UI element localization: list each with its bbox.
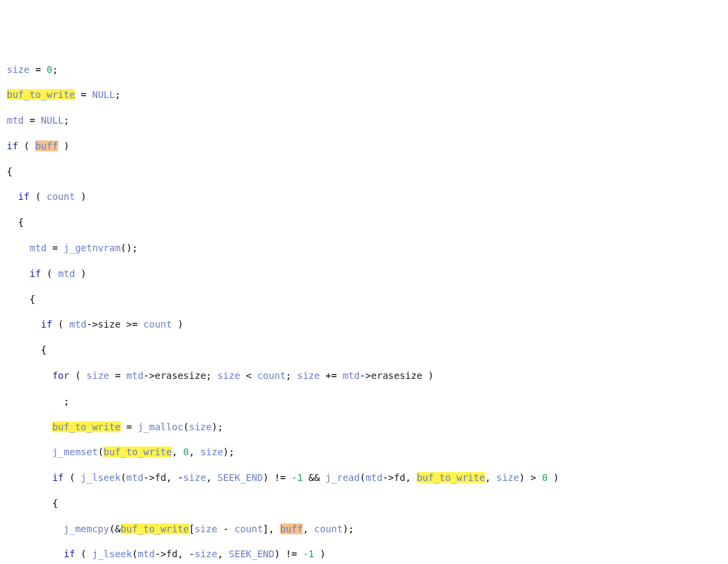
- code-line: if ( count ): [7, 190, 721, 203]
- identifier: count: [47, 191, 75, 202]
- identifier: size: [194, 548, 217, 559]
- field: erasesize: [371, 370, 423, 381]
- code-line: buf_to_write = j_malloc(size);: [7, 421, 721, 434]
- identifier: size: [183, 472, 206, 483]
- identifier: mtd: [126, 370, 143, 381]
- highlighted-identifier: buf_to_write: [7, 89, 75, 100]
- function-call: j_read: [326, 472, 360, 483]
- identifier: count: [143, 319, 172, 330]
- constant: SEEK_END: [217, 472, 263, 483]
- code-line: {: [7, 293, 721, 306]
- code-line: size = 0;: [7, 63, 721, 76]
- identifier: size: [194, 523, 217, 534]
- keyword: if: [30, 268, 41, 279]
- code-line: if ( mtd->size >= count ): [7, 318, 721, 331]
- constant: SEEK_END: [229, 548, 274, 559]
- number-literal: 0: [47, 64, 52, 75]
- identifier: mtd: [342, 370, 359, 381]
- highlighted-identifier: buf_to_write: [121, 523, 189, 534]
- field: fd: [166, 548, 178, 559]
- field: fd: [394, 472, 405, 483]
- identifier: mtd: [365, 472, 382, 483]
- code-viewer: size = 0; buf_to_write = NULL; mtd = NUL…: [7, 63, 721, 564]
- identifier: size: [217, 370, 240, 381]
- code-line: {: [7, 165, 721, 178]
- highlighted-identifier: buf_to_write: [417, 472, 485, 483]
- keyword: if: [52, 472, 63, 483]
- identifier: mtd: [7, 115, 24, 126]
- code-line: mtd = j_getnvram();: [7, 242, 721, 255]
- field: erasesize: [155, 370, 206, 381]
- keyword: if: [63, 548, 75, 559]
- function-call: j_memcpy: [63, 523, 109, 534]
- highlighted-identifier: buff: [35, 140, 58, 151]
- identifier: count: [314, 523, 342, 534]
- code-line: if ( j_lseek(mtd->fd, -size, SEEK_END) !…: [7, 548, 721, 561]
- identifier: mtd: [70, 319, 86, 330]
- identifier: mtd: [30, 242, 47, 253]
- identifier: mtd: [138, 548, 155, 559]
- identifier: mtd: [58, 268, 75, 279]
- code-line: {: [7, 344, 721, 357]
- identifier: count: [257, 370, 286, 381]
- identifier: size: [297, 370, 320, 381]
- field: size: [98, 319, 121, 330]
- keyword: for: [52, 370, 69, 381]
- identifier: count: [234, 523, 263, 534]
- keyword: if: [18, 191, 30, 202]
- function-call: j_lseek: [81, 472, 121, 483]
- constant: NULL: [41, 115, 64, 126]
- code-line: j_memset(buf_to_write, 0, size);: [7, 446, 721, 459]
- function-call: j_memset: [52, 446, 97, 457]
- keyword: if: [41, 319, 53, 330]
- highlighted-identifier: buf_to_write: [52, 421, 120, 432]
- number-literal: -1: [303, 548, 314, 559]
- number-literal: 0: [542, 472, 547, 483]
- code-line: if ( j_lseek(mtd->fd, -size, SEEK_END) !…: [7, 471, 721, 484]
- keyword: if: [7, 140, 18, 151]
- function-call: j_lseek: [92, 548, 132, 559]
- code-line: buf_to_write = NULL;: [7, 88, 721, 101]
- code-line: ;: [7, 395, 721, 408]
- identifier: size: [86, 370, 109, 381]
- field: fd: [155, 472, 166, 483]
- number-literal: -1: [292, 472, 303, 483]
- identifier: size: [496, 472, 519, 483]
- code-line: if ( buff ): [7, 140, 721, 153]
- code-line: if ( mtd ): [7, 267, 721, 280]
- identifier: size: [7, 64, 30, 75]
- constant: NULL: [92, 89, 115, 100]
- code-line: for ( size = mtd->erasesize; size < coun…: [7, 369, 721, 382]
- identifier: mtd: [126, 472, 143, 483]
- code-line: {: [7, 216, 721, 229]
- number-literal: 0: [183, 446, 188, 457]
- highlighted-identifier: buff: [280, 523, 303, 534]
- code-line: j_memcpy(&buf_to_write[size - count], bu…: [7, 523, 721, 536]
- code-line: {: [7, 497, 721, 510]
- highlighted-identifier: buf_to_write: [103, 446, 172, 457]
- function-call: j_malloc: [138, 421, 183, 432]
- function-call: j_getnvram: [63, 242, 120, 253]
- identifier: size: [201, 446, 224, 457]
- identifier: size: [189, 421, 212, 432]
- code-line: mtd = NULL;: [7, 114, 721, 127]
